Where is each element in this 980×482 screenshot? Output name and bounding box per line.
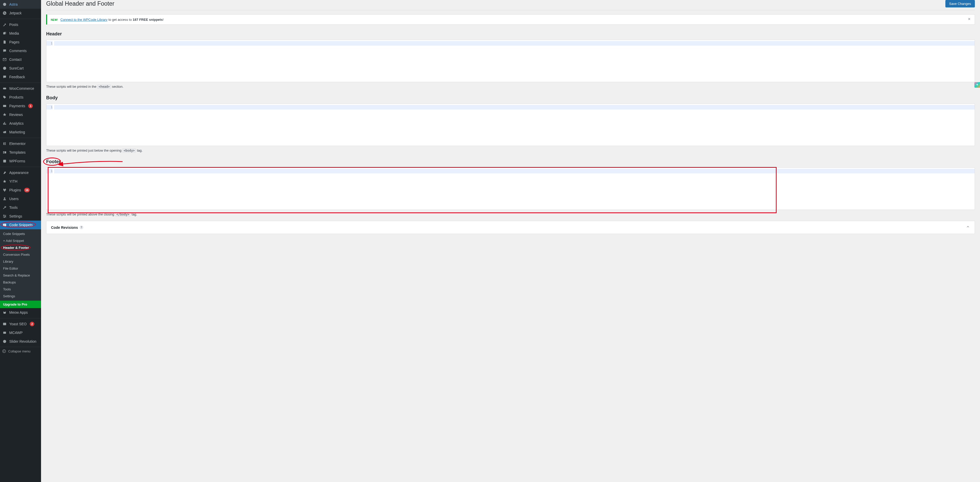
sidebar-item-label: WPForms <box>9 159 25 163</box>
jetpack-icon <box>2 11 7 16</box>
sidebar-item-payments[interactable]: Payments 1 <box>0 102 41 110</box>
page-title: Global Header and Footer <box>46 0 115 7</box>
brush-icon <box>2 170 7 175</box>
sidebar-item-analytics[interactable]: Analytics <box>0 119 41 128</box>
sidebar-item-settings[interactable]: Settings <box>0 212 41 221</box>
sidebar-item-label: Elementor <box>9 142 25 146</box>
sidebar-item-label: Reviews <box>9 113 23 117</box>
revisions-title: Code Revisions ? <box>51 226 83 229</box>
submenu-add-snippet[interactable]: + Add Snippet <box>0 237 41 244</box>
sidebar-item-wpforms[interactable]: WPForms <box>0 157 41 165</box>
dismiss-notice-button[interactable] <box>967 17 971 22</box>
comment-icon <box>2 48 7 53</box>
sidebar-item-users[interactable]: Users <box>0 194 41 203</box>
sidebar-item-feedback[interactable]: Feedback <box>0 73 41 81</box>
templates-icon <box>2 150 7 155</box>
mail-icon <box>2 57 7 62</box>
chevron-up-icon[interactable] <box>966 225 970 230</box>
sidebar-item-tools[interactable]: Tools <box>0 203 41 212</box>
star-icon <box>2 112 7 117</box>
sidebar-item-label: Products <box>9 95 23 99</box>
connect-library-link[interactable]: Connect to the WPCode Library <box>60 18 108 22</box>
code-textarea[interactable] <box>54 168 975 210</box>
svg-rect-4 <box>3 105 6 107</box>
pin-icon <box>2 22 7 27</box>
sidebar-item-label: Contact <box>9 57 22 62</box>
products-icon <box>2 95 7 100</box>
sidebar-item-woocommerce[interactable]: WooCommerce <box>0 83 41 93</box>
sidebar-item-label: Appearance <box>9 170 29 175</box>
content-wrap: NEW! Connect to the WPCode Library to ge… <box>46 10 975 234</box>
sidebar-item-plugins[interactable]: Plugins 16 <box>0 186 41 194</box>
line-gutter: 1 <box>46 168 54 210</box>
header-section-title: Header <box>46 31 975 37</box>
sidebar-item-appearance[interactable]: Appearance <box>0 167 41 177</box>
footer-section-title: Footer <box>46 159 975 164</box>
code-textarea[interactable] <box>54 104 975 146</box>
code-textarea[interactable] <box>54 40 975 82</box>
wrench-icon <box>2 205 7 210</box>
floating-help-button[interactable] <box>974 82 980 88</box>
page-icon <box>2 40 7 45</box>
sidebar-item-label: Feedback <box>9 75 25 79</box>
hint-code: <head> <box>97 85 111 89</box>
body-code-editor[interactable]: 1 <box>46 103 975 146</box>
svg-rect-3 <box>3 88 6 89</box>
code-revisions-panel[interactable]: Code Revisions ? <box>46 221 975 234</box>
submenu-code-snippets[interactable]: Code Snippets <box>0 231 41 237</box>
sidebar-item-elementor[interactable]: Elementor <box>0 138 41 148</box>
hint-text: tag. <box>132 212 137 216</box>
yith-icon <box>2 179 7 184</box>
sidebar-item-label: Settings <box>9 214 22 218</box>
badge: 16 <box>24 188 30 192</box>
sidebar-item-jetpack[interactable]: Jetpack <box>0 9 41 17</box>
sidebar-item-marketing[interactable]: Marketing <box>0 128 41 137</box>
sidebar-item-label: Marketing <box>9 130 25 134</box>
svg-rect-5 <box>3 160 6 163</box>
main-content: Global Header and Footer Save Changes NE… <box>41 0 980 244</box>
hint-text: These scripts will be printed in the <box>46 85 97 89</box>
sidebar-item-label: Plugins <box>9 188 21 192</box>
line-gutter: 1 <box>46 40 54 82</box>
sidebar-item-label: Templates <box>9 150 25 154</box>
help-icon[interactable]: ? <box>80 226 83 229</box>
sidebar-item-pages[interactable]: Pages <box>0 38 41 46</box>
sidebar-item-posts[interactable]: Posts <box>0 19 41 29</box>
svg-rect-12 <box>4 217 5 218</box>
footer-code-editor[interactable]: 1 <box>46 167 975 210</box>
sidebar-item-code-snippets[interactable]: Code Snippets <box>0 221 41 229</box>
header-code-editor[interactable]: 1 <box>46 40 975 82</box>
save-changes-button[interactable]: Save Changes <box>945 0 975 8</box>
sidebar-item-astra[interactable]: Astra <box>0 0 41 9</box>
svg-point-6 <box>4 197 5 199</box>
svg-rect-10 <box>3 215 4 216</box>
line-number: 1 <box>46 169 52 173</box>
hint-code: <body> <box>123 148 136 153</box>
sidebar-item-reviews[interactable]: Reviews <box>0 110 41 119</box>
sidebar-item-label: Jetpack <box>9 11 22 15</box>
sidebar-item-contact[interactable]: Contact <box>0 55 41 64</box>
sidebar-item-label: WooCommerce <box>9 86 34 91</box>
hint-code: </body> <box>115 212 131 216</box>
sidebar-item-label: Astra <box>9 2 18 6</box>
hint-text: These scripts will be printed above the … <box>46 212 115 216</box>
sidebar-item-label: YITH <box>9 179 18 183</box>
sidebar-item-label: Tools <box>9 205 18 210</box>
sidebar-item-products[interactable]: Products <box>0 93 41 102</box>
notice-text-after: ! <box>162 18 164 22</box>
sidebar-item-templates[interactable]: Templates <box>0 148 41 157</box>
analytics-icon <box>2 121 7 126</box>
sparkle-icon <box>975 83 979 87</box>
svg-point-1 <box>3 11 6 14</box>
sidebar-item-surecart[interactable]: SureCart <box>0 64 41 73</box>
surecart-icon <box>2 66 7 71</box>
sidebar-item-label: Code Snippets <box>9 223 33 227</box>
svg-point-0 <box>3 3 6 6</box>
sidebar-item-comments[interactable]: Comments <box>0 46 41 55</box>
elementor-icon <box>2 141 7 146</box>
sidebar-item-media[interactable]: Media <box>0 29 41 38</box>
body-hint: These scripts will be printed just below… <box>46 148 975 153</box>
sidebar-item-label: Pages <box>9 40 19 44</box>
new-badge: NEW! <box>51 19 58 21</box>
sidebar-item-yith[interactable]: YITH <box>0 177 41 186</box>
